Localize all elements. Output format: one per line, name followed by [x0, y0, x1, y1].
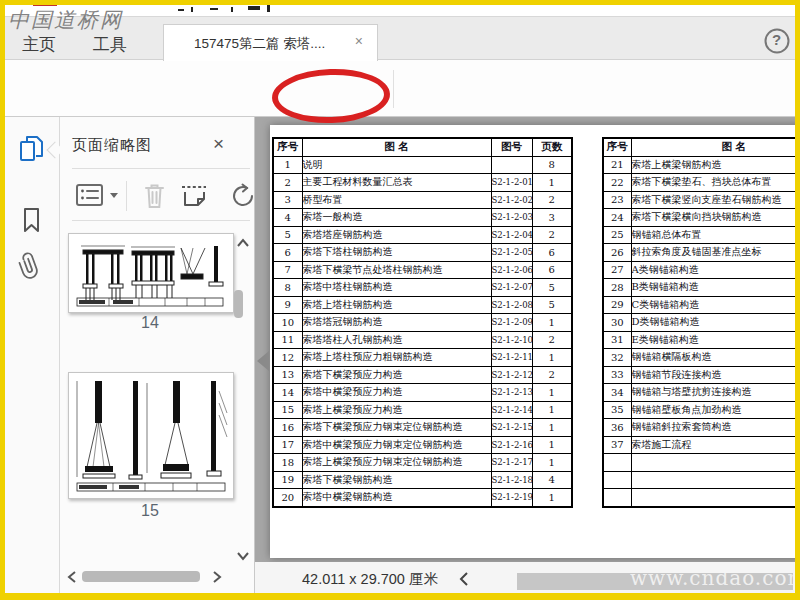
watermark-bottom: www.cndao.com [630, 566, 800, 590]
sidebar-collapse-handle[interactable] [257, 351, 269, 371]
logo-red-dash [33, 3, 57, 6]
window-title-remnant [210, 8, 218, 10]
chevron-right-icon [210, 569, 224, 585]
options-list-icon [74, 182, 106, 210]
table-row [603, 471, 795, 489]
thumbnail-image [69, 373, 231, 496]
attachments-nav-button[interactable] [12, 245, 51, 290]
page-thumbnails-icon [17, 133, 45, 165]
pdf-reader-window: 中国道桥网 主页 工具 157475第二篇 索塔.... × ? [0, 0, 800, 600]
col-header-serial: 序号 [273, 138, 302, 156]
left-table-body: 1说明82主要工程材料数量汇总表S2-1-2-0113桥型布置S2-1-2-02… [273, 156, 572, 507]
bookmark-icon [20, 205, 44, 235]
trash-icon [142, 181, 168, 211]
watermark-top: 中国道桥网 [8, 6, 123, 34]
col-header-pages: 页数 [532, 138, 572, 156]
col-header-name: 图 名 [302, 138, 491, 156]
table-row: 12索塔上塔柱预应力粗钢筋构造S2-1-2-111 [273, 349, 572, 367]
panel-options-button[interactable] [74, 182, 106, 214]
rotate-pages-button[interactable] [226, 181, 255, 215]
table-row: 16索塔下横梁预应力钢束定位钢筋构造S2-1-2-151 [273, 419, 572, 437]
chevron-left-icon [65, 569, 79, 585]
tab-home[interactable]: 主页 [22, 33, 56, 56]
table-row: 31E类钢锚箱构造 [603, 331, 795, 349]
table-row: 19索塔下横梁钢筋构造S2-1-2-184 [273, 471, 572, 489]
table-row: 1说明8 [273, 156, 572, 174]
left-table: 序号 图 名 图号 页数 1说明82主要工程材料数量汇总表S2-1-2-0113… [272, 137, 573, 508]
thumbnail-page-15[interactable] [68, 372, 234, 499]
table-row: 33钢锚箱节段连接构造 [603, 366, 795, 384]
table-row: 37索塔施工流程 [603, 436, 795, 454]
scroll-left-button[interactable] [65, 569, 79, 589]
status-collapse-button[interactable] [458, 571, 470, 591]
table-row: 17索塔中横梁预应力钢束定位钢筋构造S2-1-2-161 [273, 436, 572, 454]
chevron-down-icon [235, 549, 251, 563]
options-caret-icon[interactable] [110, 193, 118, 198]
right-table: 序号 图 名 21索塔上横梁钢筋构造22索塔下横梁垫石、挡块总体布置23索塔下横… [602, 137, 795, 508]
table-row: 35钢锚箱壁板角点加劲构造 [603, 401, 795, 419]
table-row: 5索塔塔座钢筋构造S2-1-2-042 [273, 226, 572, 244]
document-tab-label: 157475第二篇 索塔.... [194, 35, 325, 53]
table-row: 36钢锚箱斜拉索套筒构造 [603, 419, 795, 437]
thumbnail-image [69, 234, 231, 310]
window-title-remnant [267, 5, 270, 12]
table-header-row: 序号 图 名 图号 页数 [273, 138, 572, 156]
tab-bar: 主页 工具 [5, 16, 795, 60]
window-title-remnant [191, 7, 193, 12]
tab-tools[interactable]: 工具 [93, 33, 127, 56]
table-row: 2主要工程材料数量汇总表S2-1-2-011 [273, 174, 572, 192]
col-header-number: 图号 [491, 138, 532, 156]
table-row: 9索塔上塔柱钢筋构造S2-1-2-085 [273, 296, 572, 314]
table-header-row: 序号 图 名 [603, 138, 795, 156]
horizontal-scrollbar-thumb[interactable] [82, 571, 200, 582]
table-row: 30D类钢锚箱构造 [603, 314, 795, 332]
page-dimensions-label: 42.011 x 29.700 厘米 [302, 570, 438, 589]
scroll-up-button[interactable] [235, 236, 251, 254]
main-toolbar: / 99 33.3% [5, 60, 795, 117]
scroll-right-button[interactable] [210, 569, 224, 589]
thumbnails-nav-button[interactable] [17, 133, 45, 169]
navigation-strip [5, 117, 60, 595]
tab-close-icon[interactable]: × [355, 33, 363, 49]
table-row: 26斜拉索角度及锚固基准点坐标 [603, 244, 795, 262]
window-title-remnant [178, 9, 184, 11]
table-row [603, 489, 795, 507]
table-row: 28B类钢锚箱构造 [603, 279, 795, 297]
scroll-down-button[interactable] [235, 549, 251, 567]
table-row: 13索塔下横梁预应力构造S2-1-2-122 [273, 366, 572, 384]
col-header-serial: 序号 [603, 138, 631, 156]
panel-title: 页面缩略图 [72, 136, 152, 155]
table-row: 14索塔中横梁预应力构造S2-1-2-131 [273, 384, 572, 402]
table-row: 21索塔上横梁钢筋构造 [603, 156, 795, 174]
thumbnails-panel: 页面缩略图 × [60, 117, 255, 595]
table-row: 32钢锚箱横隔板构造 [603, 349, 795, 367]
document-tab[interactable]: 157475第二篇 索塔.... × [163, 24, 378, 61]
vertical-scrollbar-thumb[interactable] [234, 290, 243, 318]
panel-close-icon[interactable]: × [213, 133, 224, 155]
table-row: 7索塔下横梁节点处塔柱钢筋构造S2-1-2-066 [273, 261, 572, 279]
table-row: 25钢锚箱总体布置 [603, 226, 795, 244]
crop-pages-button[interactable] [179, 181, 209, 215]
help-button[interactable]: ? [764, 28, 790, 54]
chevron-up-icon [235, 236, 251, 250]
thumbnail-page-number: 15 [68, 502, 232, 520]
help-question-mark: ? [772, 31, 781, 48]
window-title-remnant [248, 6, 260, 10]
table-row: 4索塔一般构造S2-1-2-033 [273, 209, 572, 227]
col-header-name: 图 名 [631, 138, 795, 156]
table-row: 20索塔中横梁钢筋构造S2-1-2-191 [273, 489, 572, 507]
table-row: 23索塔下横梁竖向支座垫石钢筋构造 [603, 191, 795, 209]
divider [72, 168, 250, 169]
paperclip-icon [12, 245, 50, 287]
delete-pages-button[interactable] [142, 181, 168, 215]
document-view[interactable]: 序号 图 名 图号 页数 1说明82主要工程材料数量汇总表S2-1-2-0113… [255, 117, 795, 562]
thumbnail-page-14[interactable] [68, 233, 234, 313]
table-row: 22索塔下横梁垫石、挡块总体布置 [603, 174, 795, 192]
window-title-remnant [231, 7, 233, 12]
right-table-body: 21索塔上横梁钢筋构造22索塔下横梁垫石、挡块总体布置23索塔下横梁竖向支座垫石… [603, 156, 795, 507]
table-row: 24索塔下横梁横向挡块钢筋构造 [603, 209, 795, 227]
bookmarks-nav-button[interactable] [20, 205, 44, 239]
divider [72, 220, 250, 221]
table-row: 27A类钢锚箱构造 [603, 261, 795, 279]
chevron-left-icon [458, 571, 470, 587]
